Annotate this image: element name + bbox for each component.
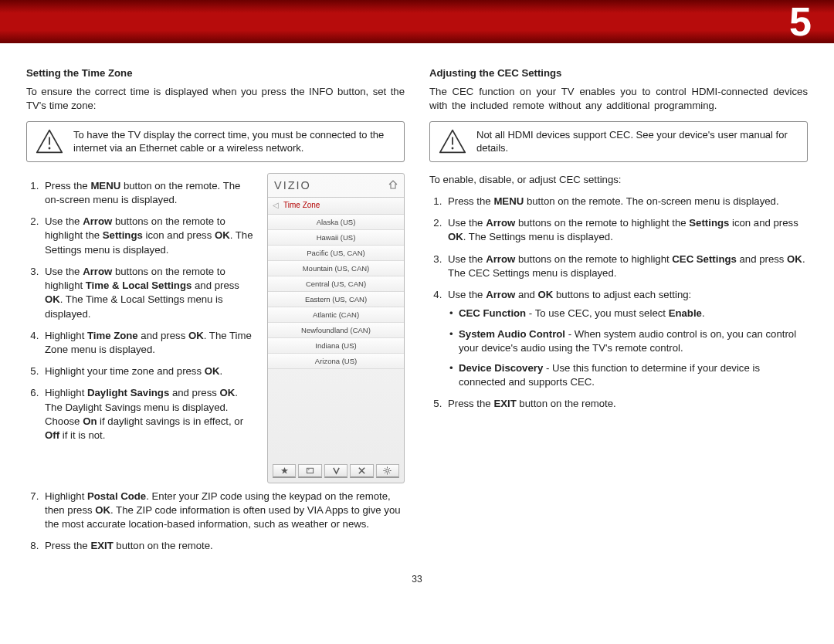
left-step-4: Highlight Time Zone and press OK. The Ti… <box>42 329 256 357</box>
right-bullet-3: Device Discovery - Use this function to … <box>459 361 808 389</box>
chapter-number: 5 <box>789 0 812 45</box>
right-step-4: Use the Arrow and OK buttons to adjust e… <box>445 288 808 389</box>
guide-icon <box>298 464 321 478</box>
gear-icon <box>376 464 399 478</box>
left-note: To have the TV display the correct time,… <box>26 121 405 162</box>
right-note-text: Not all HDMI devices support CEC. See yo… <box>476 128 799 155</box>
tv-item: Central (US, CAN) <box>268 276 404 292</box>
left-column: Setting the Time Zone To ensure the corr… <box>26 66 405 561</box>
chapter-banner: 5 <box>0 0 834 43</box>
tv-item: Eastern (US, CAN) <box>268 292 404 307</box>
right-intro: The CEC function on your TV enables you … <box>429 85 808 113</box>
home-icon <box>388 178 398 193</box>
svg-rect-3 <box>308 469 310 469</box>
back-arrow-icon: ◁ <box>271 200 283 211</box>
right-sub-bullets: CEC Function - To use CEC, you must sele… <box>448 307 808 389</box>
tv-item: Pacific (US, CAN) <box>268 246 404 261</box>
v-icon <box>324 464 348 478</box>
left-step-list: Press the MENU button on the remote. The… <box>26 179 256 443</box>
tv-item: Mountain (US, CAN) <box>268 261 404 276</box>
warning-icon <box>436 128 469 154</box>
tv-menu-figure: VIZIO ◁ Time Zone Alaska (US) Hawaii (US… <box>267 173 405 483</box>
left-step-3: Use the Arrow buttons on the remote to h… <box>42 265 256 321</box>
tv-menu-title-row: ◁ Time Zone <box>268 198 404 215</box>
left-intro: To ensure the correct time is displayed … <box>26 85 405 113</box>
svg-point-1 <box>49 147 51 150</box>
right-step-3: Use the Arrow buttons on the remote to h… <box>445 253 808 280</box>
svg-line-10 <box>389 472 390 473</box>
svg-point-4 <box>386 469 389 472</box>
tv-list: ◁ Time Zone Alaska (US) Hawaii (US) Paci… <box>268 197 404 369</box>
right-lead: To enable, disable, or adjust CEC settin… <box>429 173 808 187</box>
tv-item: Arizona (US) <box>268 354 404 369</box>
svg-line-9 <box>385 468 385 469</box>
right-note: Not all HDMI devices support CEC. See yo… <box>429 121 808 162</box>
right-step-2: Use the Arrow buttons on the remote to h… <box>445 216 808 244</box>
star-icon <box>273 464 296 478</box>
right-step-list: Press the MENU button on the remote. The… <box>429 195 808 412</box>
tv-header: VIZIO <box>268 174 404 197</box>
left-step-7: Highlight Postal Code. Enter your ZIP co… <box>42 490 405 532</box>
right-step-1: Press the MENU button on the remote. The… <box>445 195 808 208</box>
tv-brand: VIZIO <box>274 178 311 193</box>
svg-rect-2 <box>307 468 313 473</box>
right-bullet-1: CEC Function - To use CEC, you must sele… <box>459 307 808 320</box>
tv-menu-title: Time Zone <box>283 200 320 211</box>
right-heading: Adjusting the CEC Settings <box>429 66 808 80</box>
svg-point-14 <box>452 147 454 150</box>
right-step-5: Press the EXIT button on the remote. <box>445 397 808 411</box>
left-step-2: Use the Arrow buttons on the remote to h… <box>42 215 256 257</box>
svg-line-12 <box>389 468 390 469</box>
close-icon <box>350 464 373 478</box>
tv-footer <box>268 464 404 478</box>
tv-item: Hawaii (US) <box>268 230 404 246</box>
left-step-1: Press the MENU button on the remote. The… <box>42 179 256 207</box>
left-step-list-cont: Highlight Postal Code. Enter your ZIP co… <box>26 490 405 554</box>
left-note-text: To have the TV display the correct time,… <box>73 128 396 155</box>
left-step-5: Highlight your time zone and press OK. <box>42 364 256 378</box>
svg-line-11 <box>385 472 385 473</box>
left-step-list-wrapper: Press the MENU button on the remote. The… <box>26 173 256 483</box>
left-heading: Setting the Time Zone <box>26 66 405 80</box>
tv-item: Atlantic (CAN) <box>268 307 404 323</box>
tv-item: Indiana (US) <box>268 338 404 354</box>
left-step-6: Highlight Daylight Savings and press OK.… <box>42 386 256 442</box>
tv-item: Newfoundland (CAN) <box>268 323 404 338</box>
page-number: 33 <box>0 574 834 585</box>
right-bullet-2: System Audio Control - When system audio… <box>459 327 808 355</box>
right-column: Adjusting the CEC Settings The CEC funct… <box>429 66 808 561</box>
tv-item: Alaska (US) <box>268 215 404 230</box>
left-steps-and-figure: Press the MENU button on the remote. The… <box>26 173 405 483</box>
left-step-8: Press the EXIT button on the remote. <box>42 539 405 553</box>
warning-icon <box>33 128 66 154</box>
page-body: Setting the Time Zone To ensure the corr… <box>0 43 834 569</box>
